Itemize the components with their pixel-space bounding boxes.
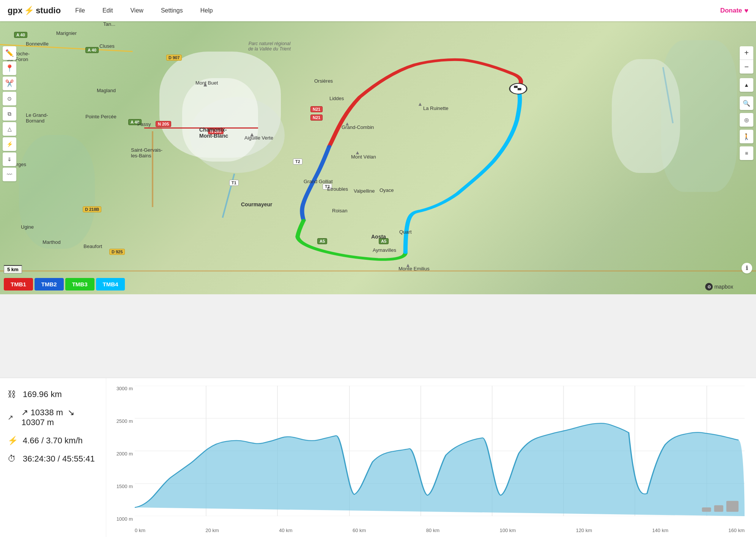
x-axis-labels: 0 km 20 km 40 km 60 km 80 km 100 km 120 … bbox=[135, 528, 745, 533]
svg-rect-3 bbox=[514, 88, 518, 90]
info-button[interactable]: ℹ bbox=[742, 263, 752, 273]
cut-tool-button[interactable]: ✂️ bbox=[3, 77, 16, 90]
menu-help[interactable]: Help bbox=[197, 6, 216, 16]
search-button[interactable]: 🔍 bbox=[740, 96, 753, 110]
label-d925: D 925 bbox=[109, 249, 125, 255]
person-button[interactable]: 🚶 bbox=[740, 130, 753, 143]
svg-rect-4 bbox=[518, 88, 521, 90]
label-a5-2: A5 bbox=[379, 238, 389, 244]
filter-tool-button[interactable]: ⇓ bbox=[3, 152, 16, 166]
zoom-out-button[interactable]: − bbox=[740, 60, 753, 74]
label-pointe-percee: Pointe Percée bbox=[85, 114, 117, 119]
label-oyace: Oyace bbox=[380, 187, 394, 193]
logo-studio: studio bbox=[36, 6, 61, 16]
route-tabs: TMB1 TMB2 TMB3 TMB4 bbox=[4, 278, 125, 290]
label-courmayeur: Courmayeur bbox=[241, 201, 272, 207]
label-cluses: Cluses bbox=[99, 43, 115, 49]
tab-tmb3[interactable]: TMB3 bbox=[65, 278, 94, 290]
menu-settings[interactable]: Settings bbox=[158, 6, 186, 16]
svg-rect-19 bbox=[714, 505, 723, 512]
svg-rect-18 bbox=[726, 501, 739, 512]
label-parc-naturel: Parc naturel régionalde la Vallée du Tri… bbox=[228, 41, 311, 52]
peak-symbol-2: ▲ bbox=[249, 131, 255, 138]
app-logo[interactable]: gpx ⚡ studio bbox=[8, 6, 61, 16]
elevation-stat: ↗ ↗ 10338 m ↘ 10307 m bbox=[8, 408, 98, 427]
svg-rect-2 bbox=[518, 86, 521, 88]
speed-stat: ⚡ 4.66 / 3.70 km/h bbox=[8, 436, 98, 446]
elevation-value: ↗ 10338 m ↘ 10307 m bbox=[21, 408, 98, 427]
distance-icon: ⛓ bbox=[8, 389, 18, 399]
label-a5-1: A5 bbox=[317, 238, 327, 244]
menubar: gpx ⚡ studio File Edit View Settings Hel… bbox=[0, 0, 756, 21]
svg-rect-20 bbox=[702, 507, 711, 512]
link-tool-button[interactable]: ⧉ bbox=[3, 107, 16, 121]
chart-panel[interactable]: 3000 m 2500 m 2000 m 1500 m 1000 m bbox=[106, 378, 756, 537]
label-n21-1: N21 bbox=[310, 106, 323, 112]
label-roisan: Roisan bbox=[332, 208, 347, 214]
measure-tool-button[interactable]: ⊙ bbox=[3, 92, 16, 105]
north-button[interactable]: ▲ bbox=[740, 78, 753, 92]
map-scale: 5 km bbox=[4, 265, 22, 273]
label-le-grand-bornand: Le Grand-Bornand bbox=[26, 112, 48, 124]
right-controls: + − ▲ 🔍 ◎ 🚶 ≡ bbox=[737, 42, 756, 160]
menu-file[interactable]: File bbox=[72, 6, 88, 16]
mapbox-label: mapbox bbox=[714, 284, 733, 290]
tab-tmb2[interactable]: TMB2 bbox=[35, 278, 64, 290]
label-aymavilles: Aymavilles bbox=[373, 247, 396, 253]
elevation-chart[interactable] bbox=[135, 386, 745, 516]
zoom-in-button[interactable]: + bbox=[740, 46, 753, 60]
label-liddes: Liddes bbox=[329, 96, 344, 101]
menu-edit[interactable]: Edit bbox=[99, 6, 116, 16]
label-beaufort: Beaufort bbox=[83, 243, 102, 249]
label-d907: D 907 bbox=[166, 55, 182, 61]
donate-button[interactable]: Donate ♥ bbox=[720, 7, 748, 15]
peak-symbol-4: ▲ bbox=[355, 149, 360, 155]
label-saint-gervais: Saint-Gervais-les-Bains bbox=[131, 147, 162, 159]
snap-tool-button[interactable]: ⚡ bbox=[3, 137, 16, 151]
peak-symbol-6: ▲ bbox=[405, 262, 411, 268]
label-passy: Passy bbox=[137, 121, 151, 127]
label-valpelline: Valpelline bbox=[354, 188, 375, 194]
locate-button[interactable]: ◎ bbox=[740, 113, 753, 127]
peak-symbol-5: ▲ bbox=[417, 101, 423, 107]
label-t1: T1 bbox=[229, 180, 239, 186]
tab-tmb1[interactable]: TMB1 bbox=[4, 278, 33, 290]
y-axis-labels: 3000 m 2500 m 2000 m 1500 m 1000 m bbox=[114, 386, 133, 522]
label-t2-2: T2 bbox=[323, 184, 332, 190]
edit-tool-button[interactable]: ✏️ bbox=[3, 46, 16, 60]
distance-stat: ⛓ 169.96 km bbox=[8, 389, 98, 399]
map-background: A 40 A 40 A 40 N 205 N 205 N21 N21 D 907… bbox=[0, 21, 756, 294]
time-stat: ⏱ 36:24:30 / 45:55:41 bbox=[8, 454, 98, 464]
label-orsieres: Orsières bbox=[314, 78, 333, 84]
label-magland: Magland bbox=[97, 88, 116, 93]
label-quart: Quart bbox=[399, 229, 412, 235]
left-toolbar: ✏️ 📍 ✂️ ⊙ ⧉ △ ⚡ ⇓ 〰 bbox=[0, 42, 19, 181]
label-la-ruinette: La Ruinette bbox=[423, 105, 449, 111]
heart-icon: ♥ bbox=[744, 7, 748, 15]
pin-tool-button[interactable]: 📍 bbox=[3, 61, 16, 75]
time-value: 36:24:30 / 45:55:41 bbox=[23, 454, 95, 464]
label-d218b: D 218B bbox=[83, 206, 101, 212]
svg-rect-1 bbox=[514, 86, 518, 88]
bottom-panel: ⛓ 169.96 km ↗ ↗ 10338 m ↘ 10307 m ⚡ 4.66… bbox=[0, 378, 756, 537]
map-container[interactable]: A 40 A 40 A 40 N 205 N 205 N21 N21 D 907… bbox=[0, 21, 756, 294]
peak-symbol-1: ▲ bbox=[202, 81, 208, 88]
stats-panel: ⛓ 169.96 km ↗ ↗ 10338 m ↘ 10307 m ⚡ 4.66… bbox=[0, 378, 106, 537]
tab-tmb4[interactable]: TMB4 bbox=[96, 278, 125, 290]
elevation-icon: ↗ bbox=[8, 413, 17, 422]
menu-view[interactable]: View bbox=[127, 6, 146, 16]
mapbox-logo: ⊙ mapbox bbox=[705, 283, 733, 290]
speed-icon: ⚡ bbox=[8, 436, 18, 446]
peak-symbol-3: ▲ bbox=[345, 121, 350, 127]
triangle-tool-button[interactable]: △ bbox=[3, 122, 16, 136]
wave-tool-button[interactable]: 〰 bbox=[3, 168, 16, 181]
label-n21-2: N21 bbox=[310, 115, 323, 121]
label-t2-1: T2 bbox=[293, 159, 302, 165]
svg-point-0 bbox=[510, 83, 527, 94]
donate-label: Donate bbox=[720, 7, 742, 14]
logo-bolt: ⚡ bbox=[24, 6, 34, 16]
distance-value: 169.96 km bbox=[23, 389, 62, 399]
layers-button[interactable]: ≡ bbox=[740, 146, 753, 160]
label-tan: Tan... bbox=[103, 21, 115, 27]
logo-gpx: gpx bbox=[8, 6, 22, 16]
